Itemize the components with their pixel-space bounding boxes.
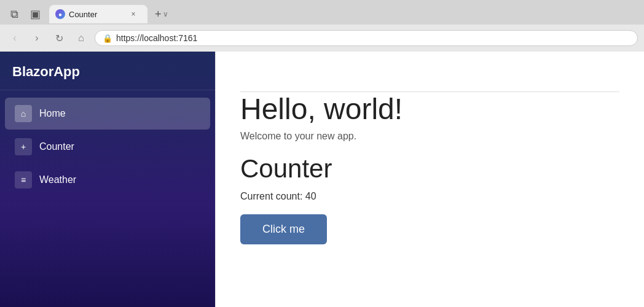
- sidebar-item-home-label: Home: [39, 108, 66, 119]
- refresh-icon: ↻: [55, 33, 63, 44]
- weather-nav-icon: ≡: [15, 171, 32, 188]
- forward-button[interactable]: ›: [28, 29, 45, 47]
- browser-chrome: ⧉ ▣ ● Counter × + ∨ ‹ › ↻ ⌂: [0, 0, 644, 52]
- home-icon: ⌂: [78, 33, 84, 44]
- active-tab[interactable]: ● Counter ×: [49, 5, 147, 23]
- lock-icon: 🔒: [103, 34, 112, 43]
- sidebar-item-weather-label: Weather: [39, 174, 76, 185]
- sidebar-brand: BlazorApp: [0, 52, 215, 90]
- tab-title: Counter: [69, 10, 124, 19]
- section-title: Counter: [240, 154, 619, 184]
- page-greeting: Hello, world!: [240, 92, 619, 126]
- tab-bar: ⧉ ▣ ● Counter × + ∨: [0, 0, 644, 25]
- main-content: Hello, world! Welcome to your new app. C…: [215, 52, 644, 307]
- tab-favicon: ●: [55, 9, 65, 19]
- counter-nav-icon: +: [15, 138, 32, 155]
- refresh-button[interactable]: ↻: [50, 29, 68, 47]
- sidebar-toggle-icon[interactable]: ▣: [26, 6, 44, 23]
- new-tab-chevron: ∨: [163, 10, 168, 18]
- sidebar-item-counter-label: Counter: [39, 141, 74, 152]
- tabs-icon[interactable]: ⧉: [5, 6, 23, 23]
- count-text: Current count: 40: [240, 191, 619, 202]
- main-header: [240, 70, 619, 92]
- sidebar: BlazorApp ⌂ Home + Counter ≡ Weather: [0, 52, 215, 307]
- new-tab-plus: +: [155, 8, 162, 21]
- address-bar[interactable]: 🔒 https://localhost:7161: [95, 30, 638, 46]
- sidebar-item-counter[interactable]: + Counter: [5, 131, 210, 163]
- browser-icons-left: ⧉ ▣: [5, 6, 44, 23]
- back-button[interactable]: ‹: [6, 29, 23, 47]
- tab-close-button[interactable]: ×: [128, 9, 139, 20]
- sidebar-nav: ⌂ Home + Counter ≡ Weather: [0, 95, 215, 198]
- new-tab-button[interactable]: + ∨: [150, 5, 173, 23]
- address-bar-row: ‹ › ↻ ⌂ 🔒 https://localhost:7161: [0, 25, 644, 52]
- click-me-button[interactable]: Click me: [240, 214, 327, 244]
- home-nav-icon: ⌂: [15, 105, 32, 122]
- back-icon: ‹: [13, 33, 16, 44]
- sidebar-item-home[interactable]: ⌂ Home: [5, 98, 210, 130]
- address-text: https://localhost:7161: [116, 33, 197, 43]
- sidebar-item-weather[interactable]: ≡ Weather: [5, 164, 210, 196]
- app-container: BlazorApp ⌂ Home + Counter ≡ Weather Hel…: [0, 52, 644, 307]
- tab-group: ● Counter × + ∨: [49, 5, 173, 23]
- page-subtitle: Welcome to your new app.: [240, 131, 619, 142]
- home-button[interactable]: ⌂: [73, 29, 90, 47]
- forward-icon: ›: [35, 33, 38, 44]
